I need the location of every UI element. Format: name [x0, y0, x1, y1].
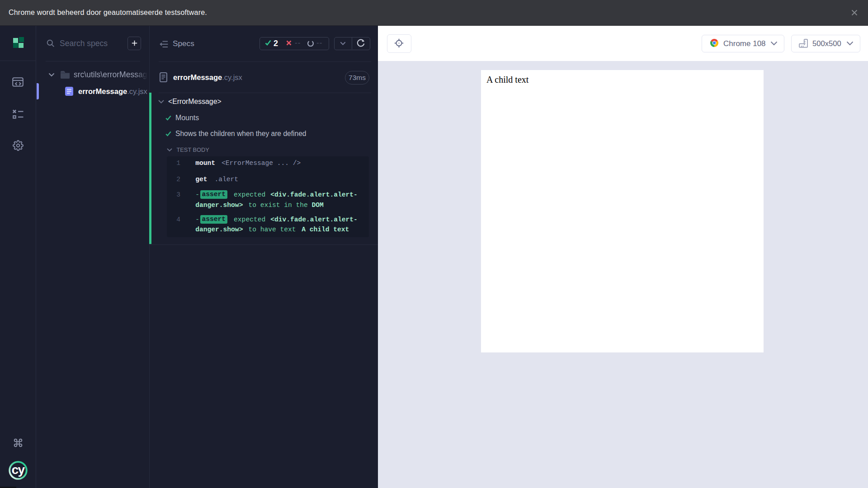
svg-text:cy: cy: [12, 463, 25, 477]
